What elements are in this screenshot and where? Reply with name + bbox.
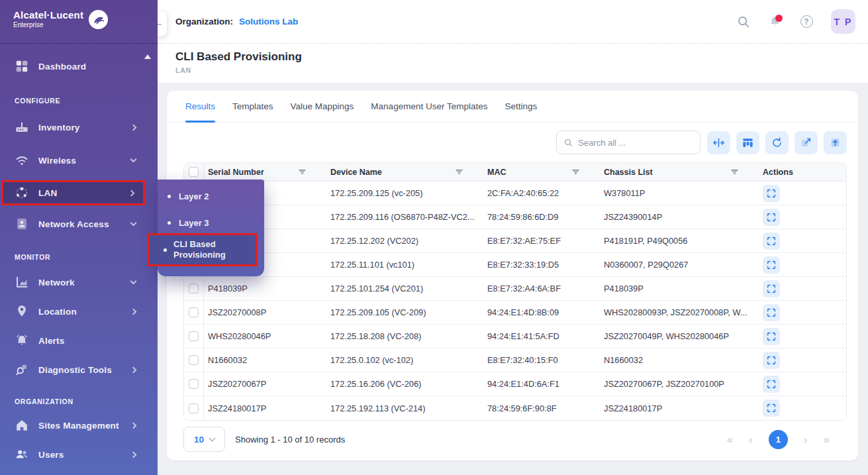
last-page-button[interactable]: » xyxy=(824,434,830,445)
prev-page-button[interactable]: ‹ xyxy=(749,434,753,445)
location-pin-icon xyxy=(15,304,29,319)
select-all-checkbox[interactable] xyxy=(189,167,199,177)
table-row: N1660032 172.25.0.102 (vc-102) E8:E7:32:… xyxy=(184,348,846,372)
chevron-right-icon xyxy=(130,308,137,315)
expand-row-button[interactable] xyxy=(763,399,780,417)
home-icon xyxy=(15,418,29,433)
sidebar-item-dashboard[interactable]: Dashboard xyxy=(1,52,145,81)
cell-device-name: 172.25.101.254 (VC201) xyxy=(326,284,483,293)
table-row: JSZ20270067P 172.25.16.206 (VC-206) 94:2… xyxy=(184,372,846,396)
current-page[interactable]: 1 xyxy=(769,430,788,449)
filter-icon[interactable] xyxy=(571,168,580,176)
organization-label: Organization: xyxy=(175,17,233,26)
expand-row-button[interactable] xyxy=(763,209,780,226)
tab-management-user-templates[interactable]: Management User Templates xyxy=(371,91,487,123)
inventory-icon xyxy=(15,120,29,134)
expand-icon xyxy=(766,331,777,342)
row-checkbox[interactable] xyxy=(189,403,199,413)
search-input[interactable] xyxy=(578,138,693,148)
export-up-icon xyxy=(829,136,842,149)
row-checkbox[interactable] xyxy=(189,355,199,365)
first-page-button[interactable]: « xyxy=(727,434,733,445)
help-icon[interactable]: ? xyxy=(799,15,814,29)
sidebar-item-sites-management[interactable]: Sites Management xyxy=(1,411,145,440)
open-external-icon xyxy=(800,136,812,149)
tab-value-mappings[interactable]: Value Mappings xyxy=(291,91,354,123)
refresh-button[interactable] xyxy=(765,131,789,154)
diagnostic-tools-icon xyxy=(15,362,29,377)
tab-settings[interactable]: Settings xyxy=(505,91,537,123)
flyout-item-layer3[interactable]: Layer 3 xyxy=(158,213,264,233)
expand-row-button[interactable] xyxy=(763,185,780,202)
cell-mac: E8:E7:32:AE:75:EF xyxy=(483,236,600,246)
sidebar-item-wireless[interactable]: Wireless xyxy=(1,146,145,175)
tab-templates[interactable]: Templates xyxy=(232,91,273,123)
expand-row-button[interactable] xyxy=(763,376,780,393)
expand-row-button[interactable] xyxy=(763,328,780,345)
columns-button[interactable] xyxy=(736,131,759,154)
cell-device-name: 172.25.209.125 (vc-205) xyxy=(326,188,483,198)
filter-icon[interactable] xyxy=(298,168,307,176)
flyout-item-layer2[interactable]: Layer 2 xyxy=(158,186,264,206)
expand-icon xyxy=(766,284,777,294)
expand-icon xyxy=(766,188,777,199)
sidebar-item-users[interactable]: Users xyxy=(1,440,145,469)
filter-icon[interactable] xyxy=(455,168,463,176)
col-device-name: Device Name xyxy=(330,168,382,177)
notifications-bell-icon[interactable] xyxy=(767,15,782,29)
chevron-down-icon xyxy=(130,156,137,163)
users-icon xyxy=(15,447,29,462)
tab-results[interactable]: Results xyxy=(185,91,215,123)
expand-row-button[interactable] xyxy=(763,233,780,250)
expand-row-button[interactable] xyxy=(763,304,780,321)
row-checkbox[interactable] xyxy=(189,331,199,341)
next-page-button[interactable]: › xyxy=(804,434,808,445)
cell-serial-number: WHS20280046P xyxy=(204,331,326,341)
cell-device-name: 172.25.18.208 (VC-208) xyxy=(326,331,483,341)
sidebar-item-network[interactable]: Network xyxy=(1,268,145,297)
cell-chassis-list: JSZ20270067P, JSZ20270100P xyxy=(600,379,759,389)
row-checkbox[interactable] xyxy=(189,284,199,293)
chevron-down-icon xyxy=(130,278,137,285)
page-size-select[interactable]: 10 xyxy=(183,427,225,452)
cell-device-name: 172.25.0.102 (vc-102) xyxy=(326,355,483,365)
expand-row-button[interactable] xyxy=(763,352,780,369)
scroll-up-icon[interactable] xyxy=(144,54,151,59)
row-checkbox[interactable] xyxy=(189,379,199,389)
cell-mac: 78:24:59:6F:90:8F xyxy=(483,403,600,413)
export-button[interactable] xyxy=(824,131,847,154)
sidebar-item-alerts[interactable]: Alerts xyxy=(1,326,145,355)
cell-chassis-list: JSZ24180017P xyxy=(600,403,759,413)
open-external-button[interactable] xyxy=(795,131,818,154)
cell-device-name: 172.25.192.113 (VC-214) xyxy=(326,403,483,413)
results-table: Serial Number Device Name MAC Chassis Li… xyxy=(183,162,847,421)
section-header-organization: ORGANIZATION xyxy=(0,397,158,407)
pagination: 10 Showing 1 - 10 of 10 records « ‹ 1 › … xyxy=(167,421,858,458)
filter-icon[interactable] xyxy=(730,168,739,176)
avatar[interactable]: T P xyxy=(831,9,855,34)
sidebar-item-inventory[interactable]: Inventory xyxy=(1,113,145,142)
search-icon xyxy=(563,137,573,148)
col-actions: Actions xyxy=(763,168,793,177)
brand-sub: Enterprise xyxy=(13,21,83,28)
expand-icon xyxy=(766,260,777,270)
cell-serial-number: JSZ24180017P xyxy=(204,403,326,413)
expand-icon xyxy=(766,236,777,246)
expand-row-button[interactable] xyxy=(763,256,780,274)
fit-columns-button[interactable] xyxy=(707,131,730,154)
sidebar-item-lan[interactable]: LAN xyxy=(1,180,145,205)
expand-row-button[interactable] xyxy=(763,280,780,297)
cell-serial-number: N1660032 xyxy=(204,355,326,365)
chevron-right-icon xyxy=(130,124,137,131)
row-checkbox[interactable] xyxy=(189,307,199,317)
refresh-icon xyxy=(771,136,783,149)
sidebar-item-diagnostic-tools[interactable]: Diagnostic Tools xyxy=(1,355,145,384)
flyout-item-cli-based-provisioning[interactable]: CLI Based Provisioning xyxy=(148,233,258,266)
sidebar-item-location[interactable]: Location xyxy=(1,297,145,326)
fit-columns-icon xyxy=(712,136,725,149)
search-icon[interactable] xyxy=(736,15,750,29)
cell-device-name: 172.25.11.101 (vc101) xyxy=(326,260,483,270)
sidebar-item-network-access[interactable]: Network Access xyxy=(1,209,145,238)
organization-value[interactable]: Solutions Lab xyxy=(239,17,298,26)
table-header: Serial Number Device Name MAC Chassis Li… xyxy=(184,163,846,182)
